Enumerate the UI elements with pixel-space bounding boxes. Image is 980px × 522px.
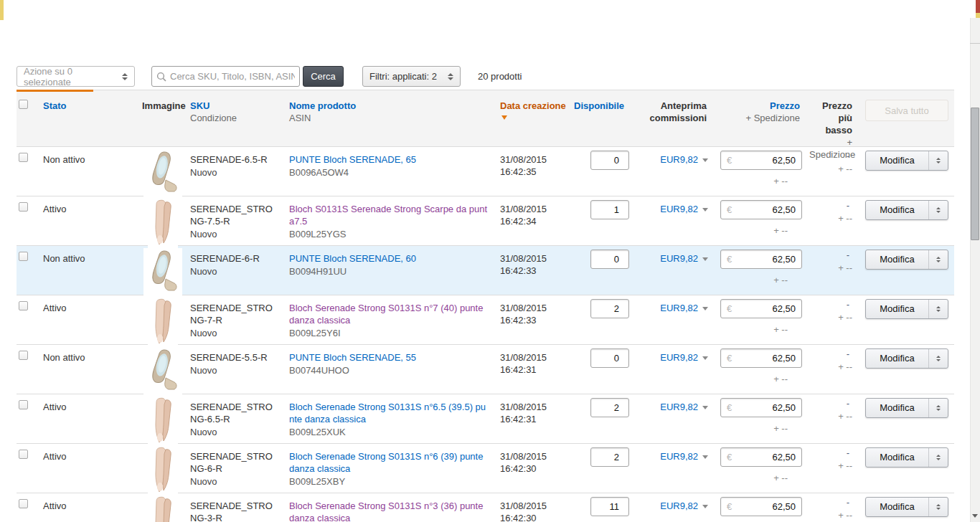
currency-symbol: € [721, 253, 732, 265]
creation-time: 16:42:30 [500, 512, 567, 522]
price-shipping-text: + -- [720, 224, 802, 237]
quantity-input[interactable] [590, 348, 629, 368]
header-disponibile[interactable]: Disponibile [574, 100, 624, 111]
price-input[interactable] [732, 204, 801, 215]
header-nome-prodotto[interactable]: Nome prodotto [289, 100, 356, 111]
edit-dropdown-button[interactable] [928, 300, 948, 318]
scrollbar-down-arrow-icon[interactable] [972, 514, 978, 518]
creation-date: 31/08/2015 [500, 252, 567, 265]
bulk-action-select[interactable]: Azione su 0 selezionate [17, 66, 135, 87]
edit-button[interactable]: Modifica [866, 300, 928, 318]
edit-dropdown-button[interactable] [928, 448, 948, 467]
fee-dropdown-icon[interactable] [702, 208, 708, 212]
fee-preview-link[interactable]: EUR9,82 [660, 451, 698, 462]
row-checkbox[interactable] [19, 499, 28, 508]
edit-dropdown-button[interactable] [928, 250, 948, 269]
search-input[interactable] [170, 71, 295, 82]
price-input-group: € [720, 250, 802, 269]
row-checkbox[interactable] [19, 202, 28, 212]
seller-inventory-page: Azione su 0 selezionate Cerca Filtri: ap… [0, 0, 980, 522]
fee-preview-link[interactable]: EUR9,82 [660, 402, 698, 412]
product-link[interactable]: Bloch Serenade Strong S0131S n°3 (36) pu… [289, 500, 483, 522]
chevron-updown-icon [936, 257, 941, 262]
header-basso-plus: + [809, 136, 852, 148]
filters-select[interactable]: Filtri: applicati: 2 [362, 66, 461, 87]
edit-dropdown-button[interactable] [928, 399, 948, 417]
price-input[interactable] [732, 254, 801, 265]
creation-time: 16:42:33 [500, 265, 567, 277]
scrollbar-thumb[interactable] [971, 108, 979, 240]
edit-button[interactable]: Modifica [866, 201, 928, 219]
fee-preview-link[interactable]: EUR9,82 [660, 500, 698, 511]
quantity-input[interactable] [590, 299, 629, 318]
fee-preview-link[interactable]: EUR9,82 [660, 204, 698, 214]
quantity-input[interactable] [590, 497, 629, 516]
pointe-shoe-image [145, 348, 181, 391]
fee-dropdown-icon[interactable] [702, 505, 708, 508]
table-row: Non attivo SERENADE-5.5- [17, 344, 954, 394]
search-button[interactable]: Cerca [303, 66, 344, 87]
product-link[interactable]: Bloch Serenade Strong S0131S n°6.5 (39.5… [289, 402, 486, 424]
product-link[interactable]: Bloch Serenade Strong S0131S n°7 (40) pu… [289, 303, 483, 326]
fee-preview-link[interactable]: EUR9,82 [660, 303, 698, 313]
select-all-checkbox[interactable] [19, 100, 28, 109]
status-text: Attivo [43, 500, 67, 511]
price-input[interactable] [732, 353, 801, 364]
price-input[interactable] [732, 452, 801, 462]
edit-button[interactable]: Modifica [866, 399, 928, 417]
sort-desc-icon[interactable] [501, 115, 507, 120]
price-input-group: € [720, 398, 802, 417]
fee-dropdown-icon[interactable] [702, 455, 708, 459]
price-input-group: € [720, 299, 802, 318]
chevron-updown-icon [936, 207, 941, 213]
edit-dropdown-button[interactable] [928, 349, 948, 368]
price-input[interactable] [732, 303, 801, 314]
product-link[interactable]: Bloch Serenade Strong S0131S n°6 (39) pu… [289, 451, 483, 474]
row-checkbox[interactable] [19, 301, 28, 310]
quantity-input[interactable] [590, 398, 629, 417]
fee-dropdown-icon[interactable] [702, 257, 708, 261]
condition-text: Nuovo [190, 327, 283, 339]
fee-preview-link[interactable]: EUR9,82 [660, 352, 698, 363]
top-right-red-accent [976, 0, 980, 13]
edit-button[interactable]: Modifica [866, 498, 928, 516]
price-input[interactable] [732, 501, 801, 512]
lowest-price-dash: - [809, 200, 852, 211]
row-checkbox[interactable] [19, 252, 28, 261]
edit-button[interactable]: Modifica [866, 349, 928, 368]
currency-symbol: € [721, 451, 732, 463]
quantity-input[interactable] [590, 447, 629, 467]
quantity-input[interactable] [590, 200, 629, 219]
header-prezzo[interactable]: Prezzo [770, 100, 800, 111]
price-input[interactable] [732, 402, 801, 413]
fee-dropdown-icon[interactable] [702, 307, 708, 310]
fee-dropdown-icon[interactable] [702, 406, 708, 409]
row-checkbox[interactable] [19, 450, 28, 459]
row-checkbox[interactable] [19, 351, 28, 360]
edit-dropdown-button[interactable] [928, 201, 948, 219]
edit-dropdown-button[interactable] [928, 498, 948, 516]
product-link[interactable]: PUNTE Bloch SERENADE, 55 [289, 352, 416, 363]
fee-preview-link[interactable]: EUR9,82 [660, 253, 698, 264]
chevron-updown-icon [936, 455, 941, 460]
edit-button[interactable]: Modifica [866, 250, 928, 269]
creation-date: 31/08/2015 [500, 401, 567, 413]
product-link[interactable]: PUNTE Bloch SERENADE, 60 [289, 253, 416, 264]
header-sku[interactable]: SKU [190, 100, 209, 111]
row-checkbox[interactable] [19, 400, 28, 409]
header-stato[interactable]: Stato [43, 100, 67, 111]
save-all-button[interactable]: Salva tutto [865, 100, 948, 121]
scrollbar-divider [970, 43, 980, 44]
creation-date: 31/08/2015 [500, 351, 567, 364]
header-data-creazione[interactable]: Data creazione [500, 100, 566, 111]
fee-dropdown-icon[interactable] [702, 356, 708, 360]
vertical-scrollbar[interactable] [970, 18, 980, 522]
header-immagine: Immagine [142, 100, 186, 111]
currency-symbol: € [721, 204, 732, 216]
top-right-yellow-accent [976, 13, 980, 18]
quantity-input[interactable] [590, 250, 629, 269]
status-text: Attivo [43, 204, 67, 214]
product-link[interactable]: Bloch S0131S Serenade Strong Scarpe da p… [289, 204, 487, 227]
price-shipping-text: + -- [720, 373, 802, 385]
edit-button[interactable]: Modifica [866, 448, 928, 467]
